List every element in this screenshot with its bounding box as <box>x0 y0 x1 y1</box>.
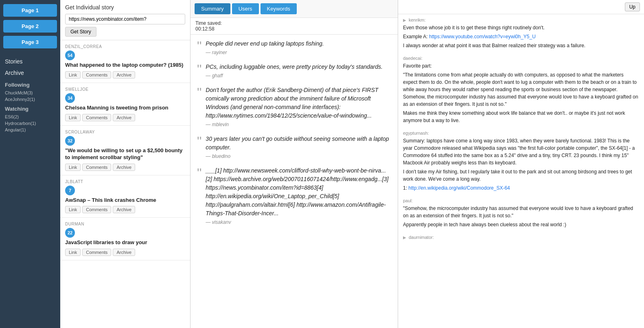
tab-summary[interactable]: Summary <box>195 3 230 14</box>
tab-users[interactable]: Users <box>232 3 259 14</box>
quote-author: — mblevin <box>206 122 391 127</box>
comments-content: ▶ kenrikm: Even those whose job it is to… <box>398 14 644 328</box>
story-author: SWELLJOE <box>65 87 185 92</box>
story-list: DENZIL_CORREA 54 What happened to the la… <box>60 40 190 328</box>
tab-keywords[interactable]: Keywords <box>261 3 297 14</box>
story-action-link-button[interactable]: Link <box>65 114 81 121</box>
comment-expand-icon[interactable]: ▶ <box>403 235 406 240</box>
comment-paragraph: "Somehow, the microcomputer industry has… <box>403 205 639 219</box>
quote-text: 30 years later you can't go outside with… <box>206 135 391 152</box>
middle-panel: Get Individual story Get Story DENZIL_CO… <box>60 0 191 328</box>
quote-author: — visakanv <box>206 219 391 225</box>
story-action-link-button[interactable]: Link <box>65 164 81 171</box>
watching-user-1: Hydrocarbon(1) <box>3 120 57 127</box>
get-story-title: Get Individual story <box>65 4 185 11</box>
story-actions: LinkCommentsArchive <box>65 114 185 121</box>
story-action-archive-button[interactable]: Archive <box>113 206 135 213</box>
url-input[interactable] <box>65 14 185 24</box>
comment-author: paul: <box>403 198 639 203</box>
story-item: DURMAN 22 JavaScript libraries to draw y… <box>60 218 190 260</box>
story-author: DENZIL_CORREA <box>65 44 185 49</box>
comment-link[interactable]: https://www.youtube.com/watch?v=eywi0h_Y… <box>429 34 536 39</box>
sidebar: Page 1 Page 2 Page 3 Stories Archive Fol… <box>0 0 60 328</box>
quote-text: ___[1] http://www.newsweek.com/clifford-… <box>206 166 391 218</box>
quote-mark: " <box>197 39 202 55</box>
story-action-comments-button[interactable]: Comments <box>82 114 111 121</box>
quote-block: " People did never end up taking laptops… <box>197 39 391 55</box>
story-action-link-button[interactable]: Link <box>65 206 81 213</box>
sidebar-item-archive[interactable]: Archive <box>3 67 57 79</box>
comment-paragraph: Makes me think they knew something about… <box>403 109 639 124</box>
comment-author: egypturnash: <box>403 131 639 136</box>
quote-author: — bluedino <box>206 153 391 159</box>
quote-text: Don't forget the author (Erik Sandberg-D… <box>206 86 391 120</box>
quote-mark: " <box>197 166 202 225</box>
quote-mark: " <box>197 86 202 127</box>
comment-paragraph: "The limitations come from what people a… <box>403 71 639 108</box>
story-actions: LinkCommentsArchive <box>65 206 185 213</box>
story-action-archive-button[interactable]: Archive <box>113 71 135 79</box>
comment-block: ▶ daurnimator: <box>403 235 639 240</box>
story-action-comments-button[interactable]: Comments <box>82 249 111 256</box>
story-action-comments-button[interactable]: Comments <box>82 206 111 213</box>
story-score: 54 <box>65 50 75 60</box>
time-saved-label: Time saved: <box>195 20 222 26</box>
sidebar-item-stories[interactable]: Stories <box>3 56 57 67</box>
comment-link[interactable]: http://en.wikipedia.org/wiki/Commodore_S… <box>408 185 510 191</box>
comment-paragraph: Apparently people in tech have always be… <box>403 221 639 228</box>
story-score: 34 <box>65 93 75 103</box>
comment-author: ▶ kenrikm: <box>403 17 639 22</box>
summary-tabs: Summary Users Keywords <box>191 0 398 18</box>
comment-block: egypturnash: Summary: laptops have come … <box>403 131 639 192</box>
watching-user-0: ES6(2) <box>3 114 57 120</box>
story-action-archive-button[interactable]: Archive <box>113 164 135 171</box>
story-score: 22 <box>65 228 75 238</box>
comment-paragraph: 1: http://en.wikipedia.org/wiki/Commodor… <box>403 184 639 192</box>
comment-paragraph: Summary: laptops have come a long way si… <box>403 137 639 166</box>
story-actions: LinkCommentsArchive <box>65 164 185 171</box>
quote-text: PCs, including luggable ones, were prett… <box>206 63 391 71</box>
page3-button[interactable]: Page 3 <box>3 36 57 48</box>
comment-paragraph: I don't take my Air fishing, but I regul… <box>403 168 639 183</box>
following-label: Following <box>3 79 57 90</box>
get-story-header: Get Individual story Get Story <box>60 0 190 40</box>
story-author: DURMAN <box>65 222 185 226</box>
story-action-archive-button[interactable]: Archive <box>113 249 135 256</box>
comment-block: paul: "Somehow, the microcomputer indust… <box>403 198 639 228</box>
quote-block: " Don't forget the author (Erik Sandberg… <box>197 86 391 127</box>
comments-panel: Up ▶ kenrikm: Even those whose job it is… <box>398 0 644 328</box>
quote-mark: " <box>197 63 202 79</box>
story-action-link-button[interactable]: Link <box>65 249 81 256</box>
quote-block: " PCs, including luggable ones, were pre… <box>197 63 391 79</box>
story-action-link-button[interactable]: Link <box>65 71 81 79</box>
quote-block: " 30 years later you can't go outside wi… <box>197 135 391 159</box>
quote-author: — rayiner <box>206 50 391 55</box>
page1-button[interactable]: Page 1 <box>3 4 57 17</box>
story-title: What happened to the laptop computer? (1… <box>65 62 185 69</box>
story-title: JavaScript libraries to draw your <box>65 239 185 246</box>
sidebar-nav: Stories Archive <box>3 56 57 79</box>
story-author: JLBLATT <box>65 179 185 184</box>
up-button[interactable]: Up <box>625 2 640 11</box>
story-item: SCROLLAWAY 32 "We would be willing to se… <box>60 126 190 175</box>
story-actions: LinkCommentsArchive <box>65 71 185 79</box>
story-action-comments-button[interactable]: Comments <box>82 164 111 171</box>
story-action-archive-button[interactable]: Archive <box>113 114 135 121</box>
story-author: SCROLLAWAY <box>65 130 185 134</box>
get-story-button[interactable]: Get Story <box>65 27 96 37</box>
watching-label: Watching <box>3 103 57 114</box>
story-item: JLBLATT 7 AwSnap – This link crashes Chr… <box>60 175 190 218</box>
quote-author: — ghaff <box>206 73 391 79</box>
story-title: AwSnap – This link crashes Chrome <box>65 197 185 204</box>
page2-button[interactable]: Page 2 <box>3 20 57 33</box>
story-score: 7 <box>65 186 75 195</box>
comment-block: daedecai: Favorite part:"The limitations… <box>403 56 639 124</box>
comment-paragraph: I always wonder at what point it was tha… <box>403 42 639 49</box>
quote-mark: " <box>197 135 202 159</box>
comments-header: Up <box>398 0 644 14</box>
summary-content: " People did never end up taking laptops… <box>191 35 398 328</box>
story-score: 32 <box>65 136 75 146</box>
comment-expand-icon[interactable]: ▶ <box>403 18 406 22</box>
comment-author: ▶ daurnimator: <box>403 235 639 240</box>
story-action-comments-button[interactable]: Comments <box>82 71 111 79</box>
